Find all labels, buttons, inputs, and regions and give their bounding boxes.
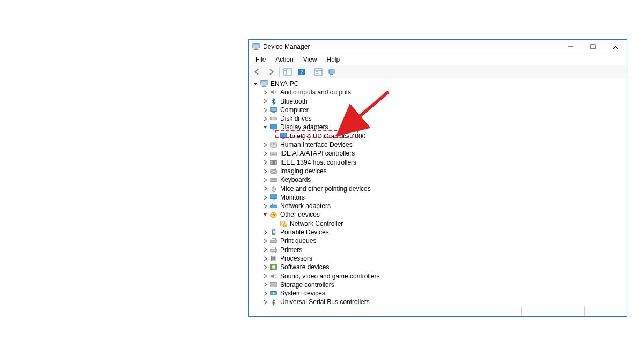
chevron-right-icon[interactable] [262, 115, 268, 122]
tree-category[interactable]: Keyboards [249, 175, 627, 184]
tree-category[interactable]: IDE ATA/ATAPI controllers [249, 149, 627, 158]
svg-text:?: ? [301, 69, 303, 75]
keyboard-icon [269, 176, 278, 183]
svg-text:?: ? [273, 212, 275, 218]
chevron-right-icon[interactable] [262, 290, 268, 297]
chevron-right-icon[interactable] [262, 273, 268, 279]
help-button[interactable]: ? [296, 67, 308, 77]
tree-item-label: Mice and other pointing devices [280, 184, 371, 193]
device-tree[interactable]: ENYA-PCAudio inputs and outputsBluetooth… [249, 78, 627, 306]
tree-device[interactable]: Intel(R) HD Graphics 4000 [249, 132, 627, 141]
maximize-button[interactable] [582, 40, 604, 54]
tree-root[interactable]: ENYA-PC [249, 79, 627, 88]
menu-view[interactable]: View [299, 55, 321, 64]
tree-category[interactable]: IEEE 1394 host controllers [249, 158, 627, 167]
device-manager-window: Device Manager File Action View Help ? [248, 39, 627, 317]
menu-help[interactable]: Help [323, 55, 345, 64]
tree-category[interactable]: Sound, video and game controllers [249, 272, 627, 280]
chevron-down-icon[interactable] [262, 212, 268, 218]
statusbar [249, 306, 627, 316]
svg-rect-16 [329, 70, 334, 73]
chevron-right-icon[interactable] [262, 264, 268, 270]
svg-rect-65 [272, 266, 275, 269]
device-tree-pane: ENYA-PCAudio inputs and outputsBluetooth… [249, 78, 627, 306]
tree-category[interactable]: Disk drives [249, 114, 627, 123]
chevron-right-icon[interactable] [262, 151, 268, 157]
tree-category[interactable]: Bluetooth [249, 97, 627, 106]
svg-rect-58 [272, 239, 276, 241]
tree-category[interactable]: Software devices [249, 263, 627, 271]
chevron-right-icon[interactable] [262, 186, 268, 192]
svg-rect-67 [271, 285, 277, 287]
forward-button[interactable] [265, 67, 277, 77]
chevron-right-icon[interactable] [262, 176, 268, 183]
chevron-right-icon[interactable] [262, 247, 268, 253]
svg-rect-18 [261, 81, 267, 85]
tree-category[interactable]: Storage controllers [249, 280, 627, 289]
minimize-button[interactable] [559, 40, 582, 54]
chevron-right-icon[interactable] [262, 255, 268, 262]
chevron-right-icon[interactable] [262, 203, 268, 209]
network-icon [269, 202, 278, 210]
back-button[interactable] [251, 67, 263, 77]
tree-category[interactable]: Mice and other pointing devices [249, 184, 627, 193]
tree-item-label: Network Controller [289, 219, 343, 228]
svg-point-24 [275, 118, 276, 119]
tree-item-label: Portable Devices [280, 228, 330, 237]
chevron-right-icon[interactable] [262, 159, 268, 166]
properties-button[interactable] [312, 67, 324, 77]
chevron-right-icon[interactable] [262, 98, 268, 105]
chevron-right-icon[interactable] [262, 238, 268, 244]
menu-action[interactable]: Action [271, 55, 297, 64]
storage-icon [269, 281, 278, 289]
tree-item-label: Monitors [280, 193, 305, 202]
tree-category[interactable]: Processors [249, 254, 627, 263]
console-tree-button[interactable] [282, 67, 294, 77]
chevron-right-icon[interactable] [262, 299, 268, 306]
close-button[interactable] [604, 40, 627, 54]
tree-device[interactable]: !Network Controller [249, 219, 627, 228]
chevron-down-icon[interactable] [252, 80, 259, 87]
tree-category[interactable]: Print queues [249, 237, 627, 245]
chevron-right-icon[interactable] [262, 194, 268, 201]
tree-category[interactable]: Printers [249, 246, 627, 254]
chevron-right-icon[interactable] [262, 282, 268, 288]
tree-category[interactable]: Universal Serial Bus controllers [249, 298, 627, 306]
tree-category[interactable]: Human Interface Devices [249, 141, 627, 149]
svg-point-38 [273, 171, 275, 173]
chevron-right-icon[interactable] [262, 142, 268, 148]
svg-rect-21 [271, 108, 277, 112]
tree-category[interactable]: Portable Devices [249, 228, 627, 237]
chevron-right-icon[interactable] [262, 168, 268, 174]
chevron-right-icon[interactable] [262, 107, 268, 113]
tree-item-label: Display adapters [280, 123, 328, 131]
tree-category[interactable]: System devices [249, 289, 627, 298]
bluetooth-icon [269, 98, 278, 105]
chevron-right-icon[interactable] [262, 89, 268, 95]
menubar: File Action View Help [249, 54, 627, 65]
tree-category[interactable]: Monitors [249, 193, 627, 202]
scan-hardware-button[interactable] [326, 67, 338, 77]
svg-point-70 [273, 304, 275, 306]
tree-item-label: IDE ATA/ATAPI controllers [280, 149, 355, 158]
tree-item-label: ENYA-PC [270, 79, 299, 88]
chevron-down-icon[interactable] [262, 124, 268, 131]
tree-category[interactable]: Computer [249, 106, 627, 114]
menu-file[interactable]: File [251, 55, 270, 64]
tree-category[interactable]: ?Other devices [249, 210, 627, 219]
tree-category[interactable]: Display adapters [249, 123, 627, 131]
tree-category[interactable]: Audio inputs and outputs [249, 88, 627, 97]
tree-category[interactable]: Imaging devices [249, 167, 627, 175]
svg-rect-20 [262, 86, 267, 87]
chevron-right-icon[interactable] [262, 229, 268, 235]
monitor-icon [269, 194, 278, 201]
tree-item-label: IEEE 1394 host controllers [280, 158, 357, 167]
tree-item-label: Computer [280, 106, 309, 114]
tree-category[interactable]: Network adapters [249, 202, 627, 210]
svg-rect-27 [280, 134, 287, 138]
svg-rect-28 [282, 138, 284, 139]
software-icon [269, 263, 278, 271]
tree-item-label: Human Interface Devices [280, 141, 353, 149]
svg-rect-56 [273, 231, 275, 233]
hid-icon [269, 141, 278, 149]
